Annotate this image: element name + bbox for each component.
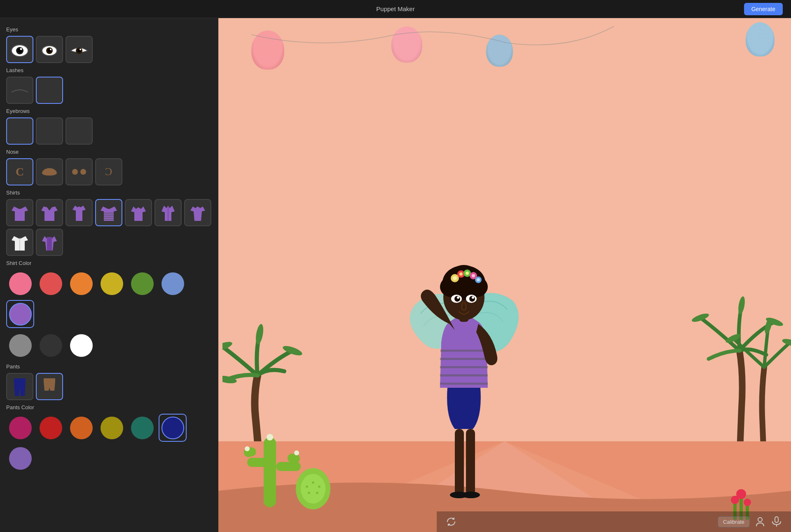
pants-color-4[interactable] [98, 414, 126, 442]
shirt-color-circle-6[interactable] [161, 272, 184, 295]
shirt-color-circle-9[interactable] [40, 334, 62, 357]
svg-point-81 [477, 278, 480, 281]
lantern-4 [746, 22, 775, 56]
pants-option-2[interactable] [36, 373, 63, 400]
nose-label: Nose [6, 149, 212, 155]
lantern-3 [486, 35, 513, 67]
shirt-color-3[interactable] [67, 270, 95, 298]
footer-right-controls: Calibrate [718, 516, 783, 528]
shirt-color-8[interactable] [6, 331, 34, 359]
generate-button[interactable]: Generate [744, 3, 783, 15]
main-container: Eyes [0, 18, 791, 532]
svg-rect-22 [47, 237, 52, 251]
eyebrows-label: Eyebrows [6, 108, 212, 114]
pants-color-3[interactable] [67, 414, 95, 442]
header: Puppet Maker Generate [0, 0, 791, 18]
svg-rect-37 [247, 458, 272, 467]
nose-dots-shape [72, 169, 86, 175]
shirt-color-circle-7[interactable] [9, 303, 32, 326]
brow-option-1[interactable] [6, 117, 33, 145]
shirt-option-8[interactable] [6, 229, 33, 256]
eye-option-3[interactable] [66, 36, 93, 63]
shirt-color-circle-8[interactable] [9, 334, 32, 357]
shirt-color-circle-3[interactable] [70, 272, 93, 295]
refresh-button[interactable] [445, 516, 457, 528]
shirt-color-1[interactable] [6, 270, 34, 298]
pants-color-1[interactable] [6, 414, 34, 442]
calibrate-button[interactable]: Calibrate [718, 516, 750, 527]
eyes-row [6, 36, 212, 63]
shirt-color-circle-1[interactable] [9, 272, 32, 295]
shirt-color-6[interactable] [159, 270, 187, 298]
pants-color-6[interactable] [159, 414, 187, 442]
shirt-option-5[interactable] [125, 199, 152, 226]
nose-option-2[interactable] [36, 158, 63, 185]
brow-option-2[interactable] [36, 117, 63, 145]
nose-option-3[interactable] [66, 158, 93, 185]
eye-option-1[interactable] [6, 36, 33, 63]
customization-panel: Eyes [0, 18, 218, 532]
svg-point-48 [318, 485, 321, 488]
shirt-color-circle-5[interactable] [131, 272, 154, 295]
shirt-color-circle-4[interactable] [101, 272, 123, 295]
shirt-color-circle-10[interactable] [70, 334, 93, 357]
nose-option-1[interactable]: C [6, 158, 33, 185]
shirt-color-7[interactable] [6, 300, 34, 328]
nose-option-4[interactable]: C [95, 158, 122, 185]
svg-line-13 [50, 84, 50, 87]
nose-row: C C [6, 158, 212, 185]
pants-color-circle-4[interactable] [101, 417, 123, 439]
lash-option-1[interactable] [6, 77, 33, 104]
pants-color-circle-2[interactable] [40, 417, 62, 439]
shirt-option-3[interactable] [66, 199, 93, 226]
brow-option-3[interactable] [66, 117, 93, 145]
pants-color-label: Pants Color [6, 404, 212, 410]
shirts-label: Shirts [6, 190, 212, 196]
pants-row [6, 373, 212, 400]
shirt-option-1[interactable] [6, 199, 33, 226]
shirt-color-circle-2[interactable] [40, 272, 62, 295]
lash-option-2[interactable] [36, 77, 63, 104]
person-icon[interactable] [754, 516, 766, 528]
svg-point-60 [462, 492, 480, 498]
shirt-color-5[interactable] [128, 270, 156, 298]
svg-rect-24 [44, 378, 55, 382]
pants-color-circle-1[interactable] [9, 417, 32, 439]
pants-color-circle-6[interactable] [161, 417, 184, 439]
footer-bar: Calibrate [437, 511, 791, 532]
lantern-1 [251, 30, 284, 70]
app-title: Puppet Maker [376, 5, 414, 12]
shirt-option-2[interactable] [36, 199, 63, 226]
svg-rect-58 [466, 429, 475, 495]
pants-option-1[interactable] [6, 373, 33, 400]
svg-rect-36 [264, 437, 276, 507]
pants-color-2[interactable] [37, 414, 65, 442]
shirt-option-4[interactable] [95, 199, 122, 226]
pants-color-5[interactable] [128, 414, 156, 442]
microphone-icon[interactable] [770, 516, 783, 528]
shirt-option-9[interactable] [36, 229, 63, 256]
eye-option-2[interactable] [36, 36, 63, 63]
shirt-color-9[interactable] [37, 331, 65, 359]
svg-point-3 [20, 48, 22, 50]
svg-point-77 [453, 276, 457, 280]
pants-color-7[interactable] [6, 444, 34, 472]
lashes-row [6, 77, 212, 104]
svg-point-42 [245, 446, 250, 451]
shirt-color-4[interactable] [98, 270, 126, 298]
shirt-option-6[interactable] [154, 199, 182, 226]
svg-point-10 [80, 49, 81, 50]
svg-point-78 [459, 272, 463, 276]
shirt-option-7[interactable] [184, 199, 211, 226]
svg-rect-57 [455, 429, 464, 495]
shirt-color-10[interactable] [67, 331, 95, 359]
svg-point-41 [267, 434, 273, 441]
pants-color-circle-5[interactable] [131, 417, 154, 439]
pants-color-circle-7[interactable] [9, 447, 32, 470]
svg-point-55 [731, 496, 739, 504]
shirt-color-2[interactable] [37, 270, 65, 298]
nose-c-shape: C [16, 165, 24, 178]
pants-color-circle-3[interactable] [70, 417, 93, 439]
svg-point-87 [472, 296, 474, 299]
shirt-color-row-2 [6, 331, 212, 359]
